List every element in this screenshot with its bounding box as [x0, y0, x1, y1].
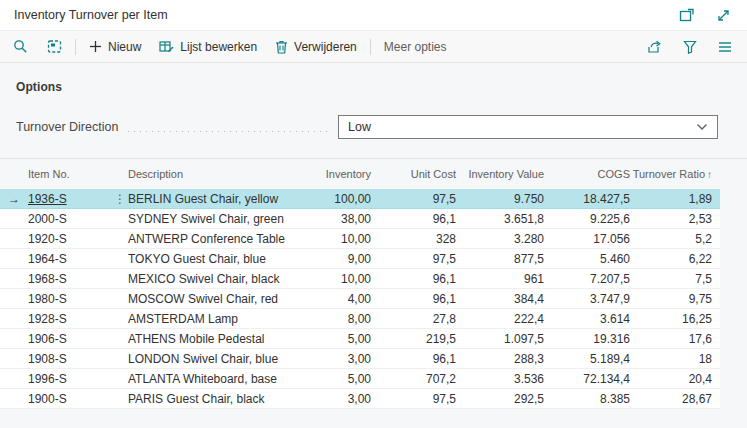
- description-cell[interactable]: LONDON Swivel Chair, blue: [128, 352, 286, 366]
- description-cell[interactable]: BERLIN Guest Chair, yellow: [128, 192, 286, 206]
- unit-cost-cell[interactable]: 96,1: [371, 292, 456, 306]
- inventory-value-cell[interactable]: 9.750: [456, 192, 544, 206]
- turnover-ratio-cell[interactable]: 9,75: [630, 292, 720, 306]
- item-no-link[interactable]: 1920-S: [28, 232, 67, 246]
- turnover-ratio-cell[interactable]: 1,89: [630, 192, 720, 206]
- item-no-link[interactable]: 1996-S: [28, 372, 67, 386]
- unit-cost-cell[interactable]: 96,1: [371, 212, 456, 226]
- item-no-cell[interactable]: 1920-S: [28, 232, 114, 246]
- table-row[interactable]: → 1968-S ⋮ MEXICO Swivel Chair, black 10…: [0, 269, 720, 289]
- table-row[interactable]: → 1920-S ⋮ ANTWERP Conference Table 10,0…: [0, 229, 720, 249]
- row-context-menu-icon[interactable]: ⋮: [114, 192, 128, 206]
- cogs-cell[interactable]: 5.189,4: [544, 352, 630, 366]
- item-no-cell[interactable]: 1928-S: [28, 312, 114, 326]
- cogs-cell[interactable]: 5.460: [544, 252, 630, 266]
- turnover-ratio-cell[interactable]: 28,67: [630, 392, 720, 406]
- cogs-cell[interactable]: 7.207,5: [544, 272, 630, 286]
- unit-cost-cell[interactable]: 96,1: [371, 272, 456, 286]
- analyze-icon[interactable]: [46, 39, 62, 55]
- turnover-direction-select[interactable]: Low: [338, 115, 718, 139]
- description-cell[interactable]: AMSTERDAM Lamp: [128, 312, 286, 326]
- turnover-ratio-cell[interactable]: 2,53: [630, 212, 720, 226]
- inventory-value-cell[interactable]: 384,4: [456, 292, 544, 306]
- inventory-value-cell[interactable]: 3.280: [456, 232, 544, 246]
- item-no-link[interactable]: 1980-S: [28, 292, 67, 306]
- inventory-cell[interactable]: 5,00: [286, 372, 371, 386]
- inventory-cell[interactable]: 38,00: [286, 212, 371, 226]
- delete-button[interactable]: Verwijderen: [275, 40, 357, 54]
- item-no-link[interactable]: 1908-S: [28, 352, 67, 366]
- inventory-cell[interactable]: 3,00: [286, 352, 371, 366]
- cogs-cell[interactable]: 9.225,6: [544, 212, 630, 226]
- unit-cost-cell[interactable]: 97,5: [371, 252, 456, 266]
- description-cell[interactable]: SYDNEY Swivel Chair, green: [128, 212, 286, 226]
- header-cogs[interactable]: COGS: [544, 168, 630, 180]
- table-row[interactable]: → 1908-S ⋮ LONDON Swivel Chair, blue 3,0…: [0, 349, 720, 369]
- new-button[interactable]: Nieuw: [89, 40, 141, 54]
- inventory-value-cell[interactable]: 288,3: [456, 352, 544, 366]
- unit-cost-cell[interactable]: 219,5: [371, 332, 456, 346]
- unit-cost-cell[interactable]: 97,5: [371, 392, 456, 406]
- description-cell[interactable]: PARIS Guest Chair, black: [128, 392, 286, 406]
- item-no-cell[interactable]: 1968-S: [28, 272, 114, 286]
- item-no-cell[interactable]: 1906-S: [28, 332, 114, 346]
- cogs-cell[interactable]: 18.427,5: [544, 192, 630, 206]
- description-cell[interactable]: ATLANTA Whiteboard, base: [128, 372, 286, 386]
- item-no-link[interactable]: 1906-S: [28, 332, 67, 346]
- item-no-link[interactable]: 1900-S: [28, 392, 67, 406]
- inventory-value-cell[interactable]: 961: [456, 272, 544, 286]
- turnover-ratio-cell[interactable]: 16,25: [630, 312, 720, 326]
- header-turnover-ratio[interactable]: Turnover Ratio↑: [630, 168, 720, 180]
- item-no-cell[interactable]: 2000-S: [28, 212, 114, 226]
- unit-cost-cell[interactable]: 328: [371, 232, 456, 246]
- header-description[interactable]: Description: [128, 168, 286, 180]
- search-icon[interactable]: [12, 39, 28, 55]
- item-no-cell[interactable]: 1980-S: [28, 292, 114, 306]
- item-no-cell[interactable]: 1964-S: [28, 252, 114, 266]
- inventory-cell[interactable]: 100,00: [286, 192, 371, 206]
- turnover-ratio-cell[interactable]: 20,4: [630, 372, 720, 386]
- description-cell[interactable]: MEXICO Swivel Chair, black: [128, 272, 286, 286]
- edit-list-button[interactable]: Lijst bewerken: [159, 40, 257, 54]
- item-no-link[interactable]: 1968-S: [28, 272, 67, 286]
- description-cell[interactable]: ANTWERP Conference Table: [128, 232, 286, 246]
- item-no-cell[interactable]: 1936-S: [28, 192, 114, 206]
- cogs-cell[interactable]: 19.316: [544, 332, 630, 346]
- expand-icon[interactable]: [715, 7, 731, 23]
- turnover-ratio-cell[interactable]: 5,2: [630, 232, 720, 246]
- description-cell[interactable]: TOKYO Guest Chair, blue: [128, 252, 286, 266]
- item-no-link[interactable]: 1928-S: [28, 312, 67, 326]
- inventory-cell[interactable]: 3,00: [286, 392, 371, 406]
- table-row[interactable]: → 1980-S ⋮ MOSCOW Swivel Chair, red 4,00…: [0, 289, 720, 309]
- turnover-ratio-cell[interactable]: 18: [630, 352, 720, 366]
- table-row[interactable]: → 1936-S ⋮ BERLIN Guest Chair, yellow 10…: [0, 189, 720, 209]
- header-item-no[interactable]: Item No.: [28, 168, 114, 180]
- inventory-value-cell[interactable]: 3.651,8: [456, 212, 544, 226]
- inventory-cell[interactable]: 10,00: [286, 232, 371, 246]
- more-options-button[interactable]: Meer opties: [384, 40, 447, 54]
- table-row[interactable]: → 2000-S ⋮ SYDNEY Swivel Chair, green 38…: [0, 209, 720, 229]
- header-inventory[interactable]: Inventory: [286, 168, 371, 180]
- unit-cost-cell[interactable]: 707,2: [371, 372, 456, 386]
- cogs-cell[interactable]: 17.056: [544, 232, 630, 246]
- inventory-cell[interactable]: 9,00: [286, 252, 371, 266]
- inventory-value-cell[interactable]: 3.536: [456, 372, 544, 386]
- item-no-cell[interactable]: 1996-S: [28, 372, 114, 386]
- inventory-value-cell[interactable]: 222,4: [456, 312, 544, 326]
- cogs-cell[interactable]: 72.134,4: [544, 372, 630, 386]
- description-cell[interactable]: ATHENS Mobile Pedestal: [128, 332, 286, 346]
- inventory-cell[interactable]: 4,00: [286, 292, 371, 306]
- cogs-cell[interactable]: 8.385: [544, 392, 630, 406]
- inventory-value-cell[interactable]: 292,5: [456, 392, 544, 406]
- inventory-cell[interactable]: 8,00: [286, 312, 371, 326]
- unit-cost-cell[interactable]: 27,8: [371, 312, 456, 326]
- open-in-new-window-icon[interactable]: [679, 7, 695, 23]
- description-cell[interactable]: MOSCOW Swivel Chair, red: [128, 292, 286, 306]
- share-icon[interactable]: [647, 39, 663, 55]
- table-row[interactable]: → 1996-S ⋮ ATLANTA Whiteboard, base 5,00…: [0, 369, 720, 389]
- list-view-icon[interactable]: [717, 39, 733, 55]
- inventory-cell[interactable]: 10,00: [286, 272, 371, 286]
- turnover-ratio-cell[interactable]: 17,6: [630, 332, 720, 346]
- table-row[interactable]: → 1900-S ⋮ PARIS Guest Chair, black 3,00…: [0, 389, 720, 409]
- inventory-cell[interactable]: 5,00: [286, 332, 371, 346]
